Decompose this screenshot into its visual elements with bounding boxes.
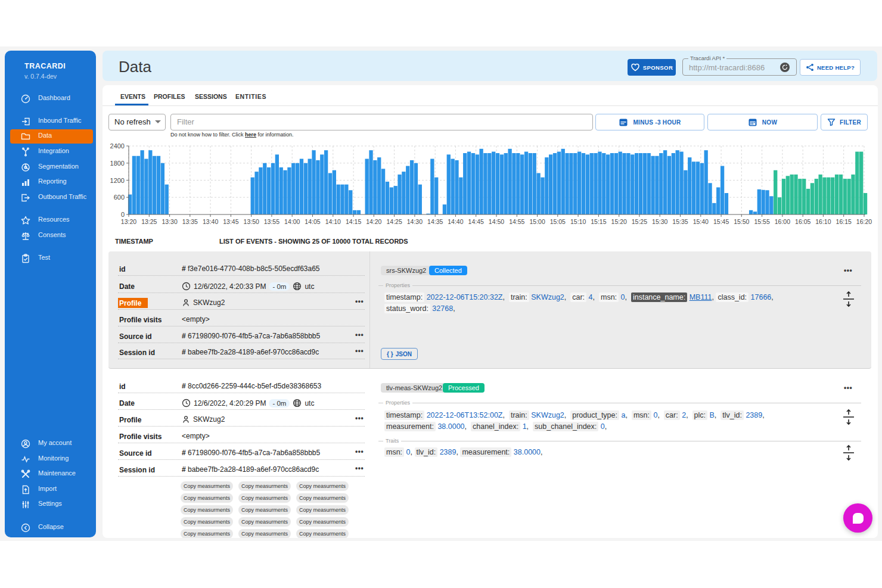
svg-text:2400: 2400: [110, 142, 125, 150]
svg-text:16:15: 16:15: [836, 218, 852, 225]
svg-text:15:55: 15:55: [754, 218, 769, 225]
svg-text:14:05: 14:05: [305, 218, 320, 225]
svg-text:15:30: 15:30: [652, 218, 667, 225]
svg-text:13:55: 13:55: [264, 218, 279, 225]
svg-text:14:35: 14:35: [427, 218, 443, 225]
svg-text:14:50: 14:50: [489, 218, 504, 225]
svg-text:13:45: 13:45: [223, 218, 238, 225]
svg-text:14:25: 14:25: [386, 218, 402, 225]
svg-text:14:10: 14:10: [325, 218, 341, 225]
svg-text:15:05: 15:05: [550, 218, 566, 225]
svg-text:16:05: 16:05: [795, 218, 810, 225]
svg-text:1800: 1800: [110, 160, 125, 167]
svg-text:16:10: 16:10: [815, 218, 831, 225]
svg-text:13:40: 13:40: [203, 218, 218, 225]
svg-text:13:25: 13:25: [141, 218, 157, 225]
svg-text:14:40: 14:40: [448, 218, 463, 225]
svg-text:15:15: 15:15: [591, 218, 606, 225]
svg-text:15:45: 15:45: [713, 218, 729, 225]
svg-text:13:50: 13:50: [244, 218, 259, 225]
svg-text:13:35: 13:35: [182, 218, 198, 225]
svg-text:14:55: 14:55: [509, 218, 524, 225]
svg-text:16:20: 16:20: [856, 218, 872, 225]
svg-text:14:45: 14:45: [468, 218, 484, 225]
svg-text:14:20: 14:20: [366, 218, 381, 225]
svg-text:14:15: 14:15: [346, 218, 361, 225]
svg-text:15:00: 15:00: [529, 218, 545, 225]
svg-text:600: 600: [114, 194, 125, 201]
svg-text:0: 0: [121, 211, 125, 218]
svg-text:13:30: 13:30: [162, 218, 177, 225]
svg-text:13:20: 13:20: [121, 218, 136, 225]
svg-text:14:30: 14:30: [407, 218, 423, 225]
svg-text:15:20: 15:20: [611, 218, 627, 225]
svg-text:14:00: 14:00: [284, 218, 300, 225]
svg-text:15:50: 15:50: [734, 218, 749, 225]
svg-text:15:25: 15:25: [632, 218, 647, 225]
svg-text:15:10: 15:10: [570, 218, 586, 225]
svg-text:16:00: 16:00: [775, 218, 790, 225]
svg-text:15:40: 15:40: [693, 218, 709, 225]
svg-text:1200: 1200: [110, 177, 125, 184]
svg-text:15:35: 15:35: [672, 218, 688, 225]
